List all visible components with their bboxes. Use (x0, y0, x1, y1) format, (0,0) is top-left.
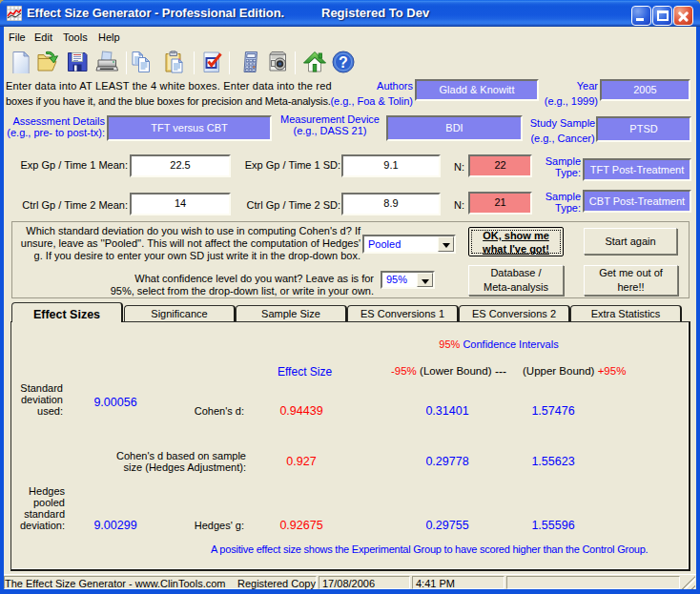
svg-text:?: ? (339, 54, 348, 71)
